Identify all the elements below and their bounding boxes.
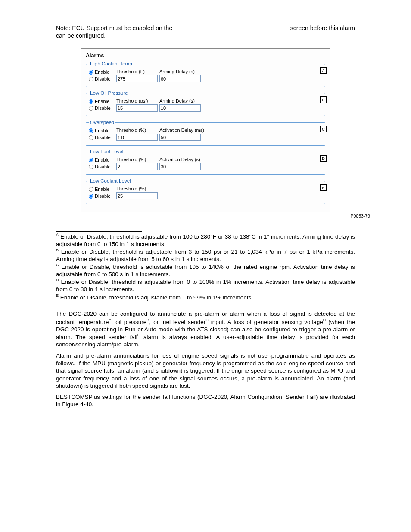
alarms-panel: Alarms High Coolant Temp A Enable Disabl… [81,48,330,212]
note-text-right: screen before this alarm [290,24,355,32]
disable-radio[interactable]: Disable [89,193,116,199]
paragraph-speed-signal: Alarm and pre-alarm annunciations for lo… [56,352,355,390]
disable-radio[interactable]: Disable [89,135,116,140]
footnotes-block: A Enable or Disable, threshold is adjust… [56,233,355,301]
group-legend: Low Coolant Level [89,178,132,184]
enable-radio[interactable]: Enable [89,69,116,75]
group-low-fuel-level: Low Fuel Level D Enable Disable Threshol… [86,149,325,175]
group-low-coolant-level: Low Coolant Level E Enable Disable Thres… [86,178,325,204]
enable-radio[interactable]: Enable [89,187,116,192]
delay-input[interactable] [159,134,201,141]
group-high-coolant-temp: High Coolant Temp A Enable Disable Thres… [86,61,325,87]
disable-radio[interactable]: Disable [89,76,116,81]
delay-label: Activation Delay (s) [159,157,200,162]
delay-label: Arming Delay (s) [159,69,195,74]
threshold-input[interactable] [116,192,158,199]
footnote-d: Enable or Disable, threshold is adjustab… [56,279,355,292]
threshold-label: Threshold (F) [116,69,145,74]
footnote-b: Enable or Disable, threshold is adjustab… [56,249,355,262]
threshold-input[interactable] [116,163,158,170]
threshold-label: Threshold (psi) [116,98,148,103]
delay-input[interactable] [159,104,201,112]
group-legend: Low Fuel Level [89,149,125,154]
paragraph-sender-fail: The DGC-2020 can be configured to annunc… [56,310,355,348]
group-legend: Overspeed [89,120,115,125]
group-legend: High Coolant Temp [89,61,134,66]
delay-label: Activation Delay (ms) [159,128,204,133]
delay-input[interactable] [159,163,201,170]
enable-radio[interactable]: Enable [89,128,116,133]
disable-radio[interactable]: Disable [89,164,116,169]
callout-e: E [320,184,327,191]
group-legend: Low Oil Pressure [89,90,129,96]
callout-a: A [320,67,327,74]
footnote-separator [56,231,142,232]
group-overspeed: Overspeed C Enable Disable Threshold (%)… [86,120,325,146]
delay-input[interactable] [159,75,201,82]
threshold-input[interactable] [116,134,158,141]
panel-title: Alarms [86,53,325,59]
threshold-label: Threshold (%) [116,128,146,133]
threshold-label: Threshold (%) [116,186,146,191]
enable-radio[interactable]: Enable [89,157,116,162]
enable-radio[interactable]: Enable [89,99,116,104]
group-low-oil-pressure: Low Oil Pressure B Enable Disable Thresh… [86,90,325,116]
footnote-e: Enable or Disable, threshold is adjustab… [60,294,253,300]
threshold-input[interactable] [116,75,158,82]
callout-b: B [320,96,327,103]
note-text: Note: ECU Support must be enabled on the… [56,24,355,40]
threshold-label: Threshold (%) [116,157,146,162]
callout-d: D [320,155,327,162]
figure-code: P0053-79 [350,213,370,218]
disable-radio[interactable]: Disable [89,106,116,111]
delay-label: Arming Delay (s) [159,98,195,103]
threshold-input[interactable] [116,104,158,112]
callout-c: C [320,126,327,132]
footnote-c: Enable or Disable, threshold is adjustab… [56,264,355,277]
footnote-a: Enable or Disable, threshold is adjustab… [56,233,355,247]
paragraph-bestcoms: BESTCOMSPlus settings for the sender fai… [56,393,355,408]
